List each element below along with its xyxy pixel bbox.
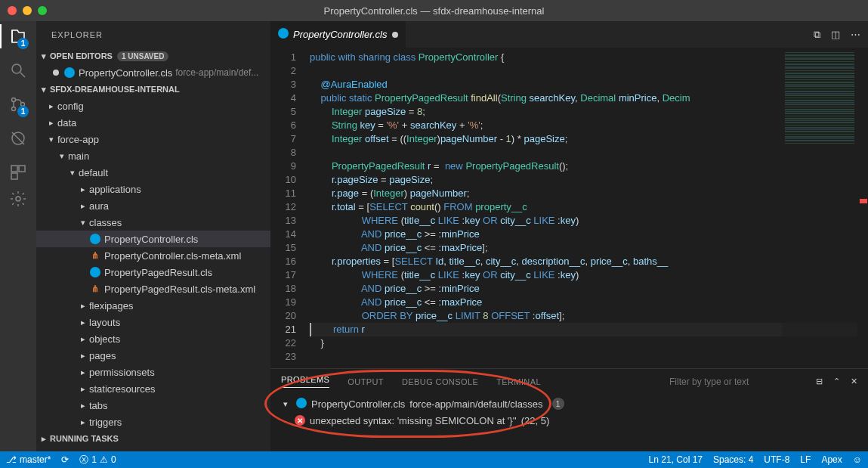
extensions-icon[interactable]: [9, 163, 27, 184]
error-icon: ✕: [295, 415, 305, 426]
modified-dot-icon: [392, 32, 398, 38]
status-errors[interactable]: ⓧ 1 ⚠ 0: [79, 454, 116, 466]
open-editors-header[interactable]: ▾ OPEN EDITORS 1 UNSAVED: [36, 48, 270, 64]
tab-problems[interactable]: PROBLEMS: [281, 375, 329, 388]
minimize-window[interactable]: [23, 6, 32, 15]
status-encoding[interactable]: UTF-8: [764, 454, 789, 465]
workspace-header[interactable]: ▾ SFDX-DREAMHOUSE-INTERNAL: [36, 81, 270, 98]
chevron-right-icon: ▸: [39, 434, 48, 444]
tree-folder[interactable]: ▾force-app: [36, 131, 270, 147]
code-editor[interactable]: 1234567891011121314151617181920212223 pu…: [270, 48, 868, 368]
titlebar: PropertyController.cls — sfdx-dreamhouse…: [0, 0, 868, 21]
panel-close-icon[interactable]: ✕: [851, 377, 857, 386]
tree-folder[interactable]: ▸staticresources: [36, 380, 270, 397]
problem-count-badge: 1: [552, 398, 564, 410]
svg-point-1: [12, 98, 16, 102]
window-controls: [8, 6, 47, 15]
problem-file-row[interactable]: ▾ PropertyController.cls force-app/main/…: [281, 395, 857, 412]
bottom-panel: PROBLEMS OUTPUT DEBUG CONSOLE TERMINAL ⊟…: [270, 368, 868, 451]
tree-folder[interactable]: ▸objects: [36, 330, 270, 347]
chevron-down-icon: ▾: [39, 85, 48, 95]
status-sync[interactable]: ⟳: [61, 454, 69, 465]
svg-point-0: [12, 64, 21, 73]
modified-dot-icon: [53, 70, 59, 76]
tree-file[interactable]: PropertyPagedResult.cls: [36, 264, 270, 280]
settings-gear-icon[interactable]: [9, 190, 27, 210]
status-feedback-icon[interactable]: ☺: [853, 454, 862, 465]
editor-tabs: PropertyController.cls ⧉ ◫ ⋯: [270, 21, 868, 48]
collapse-all-icon[interactable]: ⊟: [816, 377, 823, 386]
compare-icon[interactable]: ⧉: [814, 29, 820, 41]
close-window[interactable]: [8, 6, 17, 15]
minimap[interactable]: [782, 48, 857, 368]
svg-point-8: [16, 197, 20, 201]
xml-file-icon: ⋔: [89, 249, 101, 262]
tree-folder[interactable]: ▸triggers: [36, 414, 270, 430]
tree-folder[interactable]: ▸tabs: [36, 397, 270, 414]
window-title: PropertyController.cls — sfdx-dreamhouse…: [0, 5, 868, 17]
running-tasks-header[interactable]: ▸ RUNNING TASKS: [36, 430, 270, 447]
status-cursor[interactable]: Ln 21, Col 17: [649, 454, 703, 465]
status-indent[interactable]: Spaces: 4: [713, 454, 753, 465]
apex-file-icon: [64, 67, 75, 78]
status-language[interactable]: Apex: [821, 454, 842, 465]
scm-badge: 1: [17, 106, 29, 117]
line-gutter: 1234567891011121314151617181920212223: [270, 48, 305, 368]
tree-folder[interactable]: ▸applications: [36, 181, 270, 197]
tree-folder[interactable]: ▾default: [36, 164, 270, 181]
chevron-down-icon: ▾: [39, 51, 48, 61]
sidebar: EXPLORER ▾ OPEN EDITORS 1 UNSAVED Proper…: [36, 21, 270, 451]
status-branch[interactable]: ⎇ master*: [6, 454, 51, 465]
svg-rect-6: [19, 166, 25, 172]
scrollbar[interactable]: [857, 48, 868, 368]
tree-folder[interactable]: ▸layouts: [36, 314, 270, 330]
xml-file-icon: ⋔: [89, 283, 101, 295]
panel-maximize-icon[interactable]: ⌃: [833, 377, 840, 386]
chevron-down-icon: ▾: [281, 399, 290, 409]
open-editor-item[interactable]: PropertyController.cls force-app/main/de…: [36, 64, 270, 81]
apex-file-icon: [90, 234, 100, 244]
tree-folder[interactable]: ▾classes: [36, 214, 270, 231]
tab-terminal[interactable]: TERMINAL: [496, 377, 541, 386]
search-icon[interactable]: [9, 61, 27, 82]
tree-folder[interactable]: ▸flexipages: [36, 297, 270, 314]
explorer-icon[interactable]: 1: [9, 27, 27, 48]
tree-file-selected[interactable]: PropertyController.cls: [36, 231, 270, 247]
status-bar: ⎇ master* ⟳ ⓧ 1 ⚠ 0 Ln 21, Col 17 Spaces…: [0, 451, 868, 468]
tree-folder[interactable]: ▸permissionsets: [36, 364, 270, 380]
tab-output[interactable]: OUTPUT: [348, 377, 384, 386]
editor-area: PropertyController.cls ⧉ ◫ ⋯ 12345678910…: [270, 21, 868, 451]
apex-file-icon: [296, 398, 307, 408]
tree-file[interactable]: ⋔PropertyController.cls-meta.xml: [36, 247, 270, 264]
tree-folder[interactable]: ▸config: [36, 98, 270, 114]
split-editor-icon[interactable]: ◫: [831, 29, 840, 40]
apex-file-icon: [90, 267, 100, 277]
maximize-window[interactable]: [38, 6, 47, 15]
unsaved-badge: 1 UNSAVED: [117, 51, 169, 61]
source-control-icon[interactable]: 1: [9, 95, 27, 116]
file-tree: ▸config ▸data ▾force-app ▾main ▾default …: [36, 98, 270, 430]
activity-bar: 1 1: [0, 21, 36, 451]
svg-point-2: [12, 107, 16, 111]
tree-folder[interactable]: ▸data: [36, 114, 270, 131]
tree-folder[interactable]: ▸pages: [36, 347, 270, 364]
tree-file[interactable]: ⋔PropertyPagedResult.cls-meta.xml: [36, 280, 270, 297]
tree-folder[interactable]: ▾main: [36, 147, 270, 164]
tab-debug-console[interactable]: DEBUG CONSOLE: [402, 377, 478, 386]
status-eol[interactable]: LF: [800, 454, 811, 465]
explorer-badge: 1: [17, 38, 29, 49]
svg-rect-5: [11, 166, 17, 172]
svg-rect-7: [11, 173, 17, 179]
editor-tab[interactable]: PropertyController.cls: [270, 21, 406, 48]
more-icon[interactable]: ⋯: [851, 29, 860, 40]
explorer-header: EXPLORER: [36, 21, 270, 48]
error-marker[interactable]: [860, 199, 867, 203]
apex-file-icon: [278, 28, 289, 39]
debug-icon[interactable]: [9, 129, 27, 150]
tree-folder[interactable]: ▸aura: [36, 197, 270, 214]
filter-input[interactable]: [669, 377, 798, 387]
problem-message-row[interactable]: ✕ unexpected syntax: 'missing SEMICOLON …: [281, 412, 857, 429]
